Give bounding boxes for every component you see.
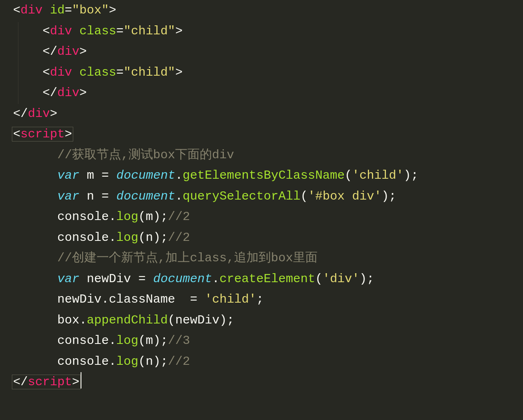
tag-outline: </script> xyxy=(12,375,81,389)
code-line: <div id="box"> xyxy=(13,3,116,17)
indent xyxy=(13,313,57,327)
code-line: </div> xyxy=(13,86,87,100)
text-cursor xyxy=(81,372,81,389)
comment: //2 xyxy=(168,231,190,245)
code-line: <div class="child"> xyxy=(13,65,183,79)
angle-bracket: > xyxy=(175,65,183,79)
code-line: </div> xyxy=(13,107,57,121)
string-arg: '#box div' xyxy=(308,189,381,203)
tag-name: div xyxy=(50,65,72,79)
identifier: n xyxy=(87,189,94,203)
indent xyxy=(13,355,57,368)
semicolon: ); xyxy=(153,210,168,224)
identifier: n xyxy=(146,231,153,245)
tag-name: script xyxy=(20,127,65,141)
code-line: //创建一个新节点,加上class,追加到box里面 xyxy=(13,251,318,265)
code-line: box.appendChild(newDiv); xyxy=(13,313,234,327)
indent xyxy=(13,86,43,100)
indent xyxy=(13,65,43,79)
dot: . xyxy=(109,334,116,348)
indent xyxy=(13,272,57,286)
code-line: <div class="child"> xyxy=(13,24,183,38)
identifier: newDiv xyxy=(57,292,101,306)
angle-bracket: </ xyxy=(43,45,57,58)
semicolon: ; xyxy=(256,292,264,306)
keyword-var: var xyxy=(57,189,79,203)
code-line: </div> xyxy=(13,45,87,58)
method-name: log xyxy=(116,210,138,224)
object-document: document xyxy=(153,272,212,286)
equals: = xyxy=(190,292,197,306)
paren: ( xyxy=(315,272,322,286)
comment: //2 xyxy=(168,210,190,224)
code-line: console.log(m);//2 xyxy=(13,210,190,224)
semicolon: ); xyxy=(219,313,234,327)
identifier: m xyxy=(87,168,94,182)
indent xyxy=(13,292,57,306)
method-name: log xyxy=(116,355,138,368)
identifier: console xyxy=(57,231,109,245)
paren: ( xyxy=(138,231,146,245)
indent xyxy=(13,168,57,182)
code-line: newDiv.className = 'child'; xyxy=(13,292,264,306)
attr-name: class xyxy=(79,24,116,38)
identifier: console xyxy=(57,334,109,348)
identifier: console xyxy=(57,355,109,368)
semicolon: ); xyxy=(359,272,374,286)
tag-name: div xyxy=(28,107,50,121)
code-editor[interactable]: <div id="box"> <div class="child"> </div… xyxy=(0,0,523,393)
semicolon: ); xyxy=(153,231,168,245)
semicolon: ); xyxy=(381,189,396,203)
code-line: var m = document.getElementsByClassName(… xyxy=(13,168,418,182)
paren: ( xyxy=(138,210,146,224)
angle-bracket: > xyxy=(79,45,87,58)
method-name: getElementsByClassName xyxy=(183,168,345,182)
code-line: //获取节点,测试box下面的div xyxy=(13,148,234,162)
angle-bracket: </ xyxy=(13,107,28,121)
code-line: var n = document.querySelectorAll('#box … xyxy=(13,189,396,203)
angle-bracket: > xyxy=(175,24,183,38)
indent xyxy=(13,210,57,224)
attr-name: id xyxy=(50,3,65,17)
keyword-var: var xyxy=(57,272,79,286)
indent-guide xyxy=(18,22,18,104)
equals: = xyxy=(65,3,72,17)
method-name: appendChild xyxy=(87,313,168,327)
code-line: <script> xyxy=(13,127,73,141)
paren: ( xyxy=(300,189,308,203)
equals: = xyxy=(116,24,124,38)
attr-value: "child" xyxy=(124,65,175,79)
method-name: log xyxy=(116,231,138,245)
identifier: n xyxy=(146,355,153,368)
equals: = xyxy=(101,189,109,203)
code-line: console.log(n);//2 xyxy=(13,231,190,245)
paren: ( xyxy=(168,313,175,327)
string-arg: 'child' xyxy=(205,292,256,306)
tag-name: script xyxy=(28,375,72,389)
paren: ( xyxy=(138,334,146,348)
dot: . xyxy=(109,210,116,224)
comment: //创建一个新节点,加上class,追加到box里面 xyxy=(57,251,318,265)
identifier: console xyxy=(57,210,109,224)
equals: = xyxy=(138,272,146,286)
code-line: var newDiv = document.createElement('div… xyxy=(13,272,374,286)
identifier: m xyxy=(146,210,153,224)
angle-bracket: < xyxy=(13,3,20,17)
indent xyxy=(13,45,43,58)
semicolon: ); xyxy=(153,334,168,348)
angle-bracket: < xyxy=(43,24,50,38)
object-document: document xyxy=(116,189,175,203)
dot: . xyxy=(101,292,109,306)
identifier: newDiv xyxy=(87,272,131,286)
attr-name: class xyxy=(79,65,116,79)
indent xyxy=(13,334,57,348)
angle-bracket: < xyxy=(13,127,20,141)
string-arg: 'child' xyxy=(352,168,404,182)
indent xyxy=(13,189,57,203)
angle-bracket: > xyxy=(50,107,57,121)
dot: . xyxy=(79,313,87,327)
semicolon: ); xyxy=(153,355,168,368)
dot: . xyxy=(175,189,183,203)
tag-name: div xyxy=(57,45,79,58)
attr-value: "child" xyxy=(124,24,175,38)
